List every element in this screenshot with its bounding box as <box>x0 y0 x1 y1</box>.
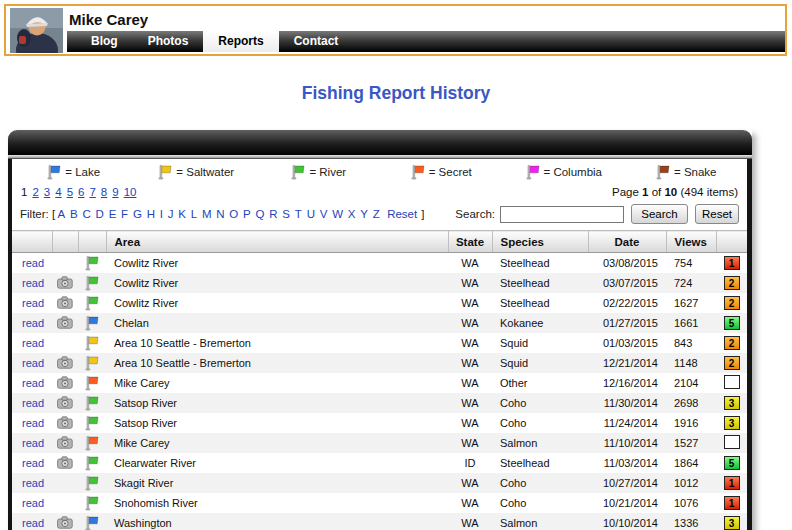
page-number-link[interactable]: 6 <box>78 186 84 198</box>
read-link[interactable]: read <box>22 417 44 429</box>
area-cell: Cowlitz River <box>106 273 448 293</box>
search-button[interactable]: Search <box>631 204 688 224</box>
letter-filter-Q[interactable]: Q <box>256 208 265 220</box>
rating-badge: 3 <box>724 516 740 530</box>
views-cell: 1627 <box>666 293 716 313</box>
species-cell: Salmon <box>492 433 588 453</box>
letter-filter-J[interactable]: J <box>168 208 174 220</box>
page-number-link[interactable]: 3 <box>44 186 50 198</box>
read-link[interactable]: read <box>22 277 44 289</box>
flag-cell <box>78 453 106 473</box>
page-number-link[interactable]: 5 <box>67 186 73 198</box>
letter-filter-T[interactable]: T <box>295 208 302 220</box>
page-number-link[interactable]: 2 <box>32 186 38 198</box>
tab-reports[interactable]: Reports <box>203 31 278 52</box>
tab-contact[interactable]: Contact <box>279 31 354 52</box>
species-cell: Other <box>492 373 588 393</box>
col-date[interactable]: Date <box>588 231 666 253</box>
read-link[interactable]: read <box>22 317 44 329</box>
flag-icon-columbia <box>525 164 541 180</box>
legend-item-river: = River <box>257 164 380 180</box>
read-link[interactable]: read <box>22 397 44 409</box>
letter-filter-N[interactable]: N <box>216 208 224 220</box>
read-link[interactable]: read <box>22 377 44 389</box>
badge-cell <box>716 373 747 393</box>
camera-cell <box>52 393 78 413</box>
state-cell: WA <box>448 493 492 513</box>
area-cell: Cowlitz River <box>106 253 448 273</box>
letter-filter-W[interactable]: W <box>332 208 343 220</box>
read-link[interactable]: read <box>22 517 44 529</box>
tab-photos[interactable]: Photos <box>133 31 204 52</box>
flag-icon-lake <box>84 315 100 331</box>
letter-filter-D[interactable]: D <box>96 208 104 220</box>
read-link[interactable]: read <box>22 437 44 449</box>
col-area[interactable]: Area <box>106 231 448 253</box>
report-row: read Mike CareyWASalmon11/10/20141527 <box>12 433 747 453</box>
col-species[interactable]: Species <box>492 231 588 253</box>
panel-top-bar <box>8 130 752 155</box>
letter-filter-P[interactable]: P <box>243 208 251 220</box>
tab-blog[interactable]: Blog <box>76 31 133 52</box>
report-row: read Skagit RiverWACoho10/27/201410121 <box>12 473 747 493</box>
letter-filter-L[interactable]: L <box>191 208 197 220</box>
state-cell: WA <box>448 333 492 353</box>
flag-cell <box>78 473 106 493</box>
letter-filter-C[interactable]: C <box>82 208 90 220</box>
col-views[interactable]: Views <box>666 231 716 253</box>
letter-filter-V[interactable]: V <box>320 208 328 220</box>
letter-filter-Y[interactable]: Y <box>360 208 368 220</box>
letter-filter-I[interactable]: I <box>160 208 163 220</box>
page-title: Fishing Report History <box>0 83 792 104</box>
page-number-link[interactable]: 9 <box>112 186 118 198</box>
col-badge <box>716 231 747 253</box>
read-link[interactable]: read <box>22 257 44 269</box>
badge-cell: 3 <box>716 393 747 413</box>
views-cell: 1012 <box>666 473 716 493</box>
letter-filter-G[interactable]: G <box>133 208 142 220</box>
page-number-link[interactable]: 7 <box>89 186 95 198</box>
letter-filter-K[interactable]: K <box>178 208 186 220</box>
page-number-link[interactable]: 8 <box>101 186 107 198</box>
read-link[interactable]: read <box>22 337 44 349</box>
letter-filter-B[interactable]: B <box>70 208 78 220</box>
read-link[interactable]: read <box>22 297 44 309</box>
area-cell: Mike Carey <box>106 433 448 453</box>
letter-filter-M[interactable]: M <box>202 208 212 220</box>
read-link[interactable]: read <box>22 457 44 469</box>
col-state[interactable]: State <box>448 231 492 253</box>
letter-filter-Z[interactable]: Z <box>373 208 380 220</box>
letter-filter-U[interactable]: U <box>307 208 315 220</box>
read-link[interactable]: read <box>22 357 44 369</box>
camera-icon <box>57 356 73 369</box>
page-number-link[interactable]: 4 <box>55 186 61 198</box>
site-header: Mike Carey BlogPhotosReportsContact <box>4 4 787 56</box>
letter-filter-R[interactable]: R <box>269 208 277 220</box>
filter-reset-link[interactable]: Reset <box>387 208 417 220</box>
reset-button[interactable]: Reset <box>695 204 739 224</box>
views-cell: 1661 <box>666 313 716 333</box>
read-cell: read <box>12 453 52 473</box>
read-cell: read <box>12 493 52 513</box>
letter-filter-A[interactable]: A <box>58 208 66 220</box>
date-cell: 12/16/2014 <box>588 373 666 393</box>
letter-filter-O[interactable]: O <box>229 208 238 220</box>
camera-icon <box>57 396 73 409</box>
rating-badge: 3 <box>724 396 740 410</box>
page-number-link[interactable]: 10 <box>124 186 137 198</box>
date-cell: 10/27/2014 <box>588 473 666 493</box>
letter-filter-E[interactable]: E <box>109 208 117 220</box>
letter-filter-S[interactable]: S <box>282 208 290 220</box>
flag-icon-snake <box>655 164 671 180</box>
avatar <box>10 8 63 53</box>
letter-filter-X[interactable]: X <box>348 208 356 220</box>
badge-cell: 2 <box>716 353 747 373</box>
col-camera <box>52 231 78 253</box>
letter-filter-H[interactable]: H <box>147 208 155 220</box>
read-link[interactable]: read <box>22 477 44 489</box>
search-input[interactable] <box>500 206 624 223</box>
flag-cell <box>78 333 106 353</box>
report-row: read WashingtonWASalmon10/10/201413363 <box>12 513 747 530</box>
letter-filter-F[interactable]: F <box>121 208 128 220</box>
read-link[interactable]: read <box>22 497 44 509</box>
